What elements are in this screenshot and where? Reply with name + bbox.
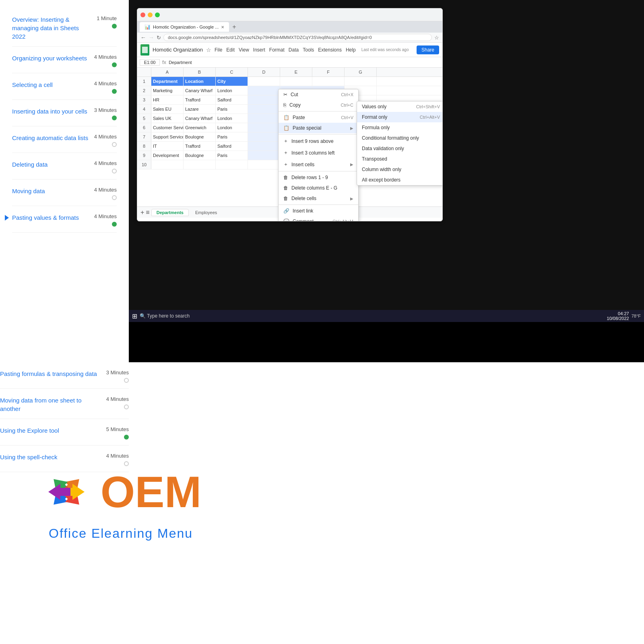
ctx-insert-rows[interactable]: ＋ Insert 9 rows above — [279, 135, 358, 147]
cell-d6[interactable] — [248, 123, 280, 132]
col-header-b[interactable]: B — [184, 68, 216, 76]
cell-c10[interactable] — [216, 160, 248, 169]
formula-input[interactable]: Department — [169, 60, 440, 65]
item-title-organizing[interactable]: Organizing your worksheets — [12, 54, 87, 62]
paste-conditional-formatting[interactable]: Conditional formatting only — [357, 133, 443, 143]
ctx-insert-link[interactable]: 🔗 Insert link — [279, 206, 358, 216]
sidebar-item-spell-check[interactable]: Using the spell-check 4 Minutes — [0, 446, 129, 472]
cell-d9[interactable] — [248, 151, 280, 160]
cell-a9[interactable]: Development — [151, 151, 184, 160]
sidebar-item-inserting[interactable]: Inserting data into your cells 3 Minutes — [12, 100, 117, 126]
cell-b8[interactable]: Trafford — [184, 142, 216, 151]
sheets-list-icon[interactable]: ≡ — [146, 209, 149, 216]
sidebar-item-moving[interactable]: Moving data 4 Minutes — [12, 180, 117, 206]
col-header-a[interactable]: A — [151, 68, 184, 76]
menu-data[interactable]: Data — [289, 47, 299, 53]
new-tab-icon[interactable]: + — [232, 23, 236, 31]
cell-b5[interactable]: Canary Wharf — [184, 114, 216, 123]
ctx-insert-cells[interactable]: ＋ Insert cells ▶ — [279, 159, 358, 170]
cell-d5[interactable] — [248, 114, 280, 123]
paste-format-only[interactable]: Format only Ctrl+Alt+V — [357, 112, 443, 122]
menu-extensions[interactable]: Extensions — [318, 47, 342, 53]
item-title-pasting-formulas[interactable]: Pasting formulas & transposing data — [0, 369, 97, 378]
col-header-c[interactable]: C — [216, 68, 248, 76]
cell-reference[interactable]: E1:00 — [140, 59, 160, 66]
paste-column-width[interactable]: Column width only — [357, 164, 443, 175]
cell-c8[interactable]: Salford — [216, 142, 248, 151]
cell-b7[interactable]: Boulogne — [184, 132, 216, 141]
windows-icon[interactable]: ⊞ — [132, 312, 137, 320]
cell-b10[interactable] — [184, 160, 216, 169]
item-title-pasting-values[interactable]: Pasting values & formats — [12, 213, 79, 222]
ctx-delete-cols[interactable]: 🗑 Delete columns E - G — [279, 183, 358, 193]
menu-file[interactable]: File — [215, 47, 222, 53]
paste-transposed[interactable]: Transposed — [357, 154, 443, 164]
ctx-comment[interactable]: 💬 Comment Ctrl+Alt+M — [279, 216, 358, 221]
sidebar-item-organizing[interactable]: Organizing your worksheets 4 Minutes — [12, 47, 117, 73]
paste-data-validation[interactable]: Data validation only — [357, 143, 443, 154]
item-title-creating[interactable]: Creating automatic data lists — [12, 134, 88, 142]
bookmark-icon[interactable]: ☆ — [434, 35, 439, 41]
menu-format[interactable]: Format — [269, 47, 285, 53]
item-title-moving-sheet[interactable]: Moving data from one sheet to another — [0, 396, 102, 413]
cell-a1[interactable]: Department — [151, 77, 184, 86]
menu-tools[interactable]: Tools — [303, 47, 314, 53]
forward-icon[interactable]: → — [149, 34, 154, 41]
cell-d10[interactable] — [248, 160, 280, 169]
ctx-copy[interactable]: ⎘ Copy Ctrl+C — [279, 100, 358, 110]
cell-c7[interactable]: Paris — [216, 132, 248, 141]
minimize-btn[interactable] — [148, 12, 153, 17]
col-header-g[interactable]: G — [345, 68, 377, 76]
item-title-moving[interactable]: Moving data — [12, 187, 45, 195]
cell-c2[interactable]: London — [216, 86, 248, 95]
cell-b9[interactable]: Boulogne — [184, 151, 216, 160]
cell-c6[interactable]: London — [216, 123, 248, 132]
cell-a8[interactable]: IT — [151, 142, 184, 151]
star-icon[interactable]: ☆ — [206, 47, 211, 53]
item-title-explore[interactable]: Using the Explore tool — [0, 426, 59, 435]
item-title-inserting[interactable]: Inserting data into your cells — [12, 107, 87, 116]
expand-btn[interactable] — [155, 12, 160, 17]
sidebar-item-overview[interactable]: Overview: Inserting & managing data in S… — [12, 8, 117, 47]
cell-a2[interactable]: Marketing — [151, 86, 184, 95]
cell-b6[interactable]: Greenwich — [184, 123, 216, 132]
cell-d4[interactable] — [248, 105, 280, 114]
ctx-delete-cells[interactable]: 🗑 Delete cells ▶ — [279, 193, 358, 204]
back-icon[interactable]: ← — [140, 34, 146, 41]
active-tab[interactable]: 📊 Homotic Organization - Google ... ✕ — [140, 22, 229, 32]
sidebar-item-moving-sheet[interactable]: Moving data from one sheet to another 4 … — [0, 389, 129, 419]
cell-a10[interactable] — [151, 160, 184, 169]
sidebar-item-deleting[interactable]: Deleting data 4 Minutes — [12, 153, 117, 180]
cell-d7[interactable] — [248, 132, 280, 141]
cell-a7[interactable]: Support Service — [151, 132, 184, 141]
reload-icon[interactable]: ↻ — [157, 35, 161, 41]
cell-d1[interactable] — [248, 77, 280, 86]
cell-b1[interactable]: Location — [184, 77, 216, 86]
menu-view[interactable]: View — [239, 47, 249, 53]
cell-g1[interactable] — [345, 77, 377, 86]
sheet-tab-departments[interactable]: Departments — [151, 209, 189, 216]
cell-c3[interactable]: Salford — [216, 95, 248, 104]
ctx-cut[interactable]: ✂ Cut Ctrl+X — [279, 89, 358, 100]
item-title-overview[interactable]: Overview: Inserting & managing data in S… — [12, 15, 93, 41]
share-button[interactable]: Share — [417, 45, 439, 54]
cell-a5[interactable]: Sales UK — [151, 114, 184, 123]
cell-b4[interactable]: Lazare — [184, 105, 216, 114]
cell-d8[interactable] — [248, 142, 280, 151]
search-box[interactable]: 🔍 Type here to search — [140, 313, 190, 319]
tab-close-icon[interactable]: ✕ — [221, 25, 224, 29]
menu-insert[interactable]: Insert — [253, 47, 265, 53]
cell-e1[interactable] — [280, 77, 312, 86]
add-sheet-icon[interactable]: + — [140, 209, 144, 216]
close-btn[interactable] — [140, 12, 145, 17]
cell-b3[interactable]: Trafford — [184, 95, 216, 104]
item-title-deleting[interactable]: Deleting data — [12, 160, 47, 169]
cell-c1[interactable]: City — [216, 77, 248, 86]
address-input[interactable]: docs.google.com/spreadsheets/d/1ZQyoazNZ… — [163, 34, 432, 41]
sidebar-item-pasting-values[interactable]: Pasting values & formats 4 Minutes — [12, 206, 117, 233]
col-header-e[interactable]: E — [280, 68, 312, 76]
item-title-spell-check[interactable]: Using the spell-check — [0, 453, 58, 461]
sheet-tab-employees[interactable]: Employees — [190, 209, 222, 216]
paste-all-except-borders[interactable]: All except borders — [357, 175, 443, 185]
ctx-delete-rows[interactable]: 🗑 Delete rows 1 - 9 — [279, 172, 358, 183]
